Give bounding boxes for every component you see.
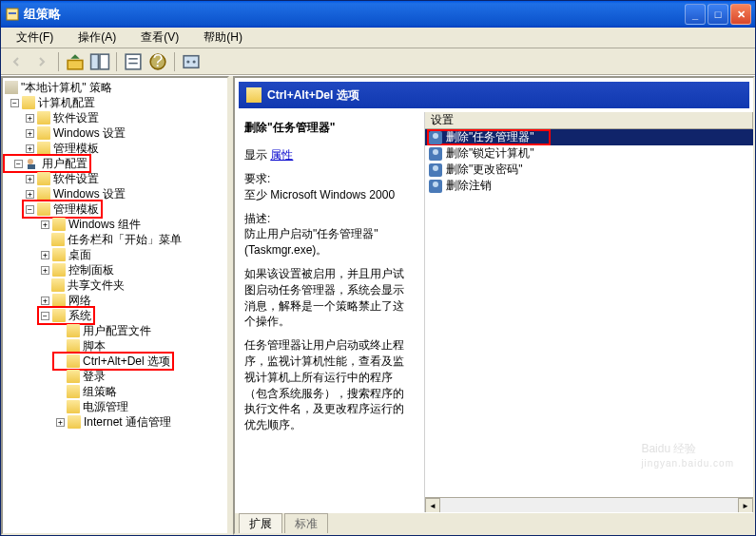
setting-icon xyxy=(429,147,442,161)
setting-icon xyxy=(429,131,442,144)
list-item[interactable]: 删除"任务管理器" xyxy=(425,129,753,145)
tree-root[interactable]: "本地计算机" 策略 xyxy=(3,80,227,95)
properties-link[interactable]: 属性 xyxy=(270,148,293,162)
column-header-setting[interactable]: 设置 xyxy=(425,112,753,129)
tree-admin-templates-2[interactable]: −管理模板 xyxy=(3,201,227,217)
show-hide-tree-button[interactable] xyxy=(89,51,110,72)
tab-extended[interactable]: 扩展 xyxy=(239,513,282,534)
tree-shared-folders[interactable]: 共享文件夹 xyxy=(3,278,227,293)
svg-rect-2 xyxy=(68,60,83,68)
title-bar[interactable]: 组策略 _ □ ✕ xyxy=(1,1,755,28)
svg-rect-5 xyxy=(126,54,141,69)
scroll-left-button[interactable]: ◄ xyxy=(425,498,440,512)
setting-icon xyxy=(429,163,442,177)
tree-computer-config[interactable]: −计算机配置 xyxy=(3,95,227,110)
svg-rect-1 xyxy=(9,12,16,14)
svg-rect-4 xyxy=(100,54,108,69)
tree-internet-comm[interactable]: +Internet 通信管理 xyxy=(3,414,227,430)
svg-point-11 xyxy=(186,60,189,63)
up-button[interactable] xyxy=(65,51,86,72)
list-item[interactable]: 删除"锁定计算机" xyxy=(425,145,753,162)
folder-icon xyxy=(246,87,262,103)
svg-point-12 xyxy=(193,60,196,63)
description-panel: 删除"任务管理器" 显示 属性 要求:至少 Microsoft Windows … xyxy=(235,112,425,512)
menu-action[interactable]: 操作(A) xyxy=(67,28,127,48)
tree-ctrl-alt-del[interactable]: Ctrl+Alt+Del 选项 xyxy=(3,354,227,369)
app-window: 组策略 _ □ ✕ 文件(F) 操作(A) 查看(V) 帮助(H) ? "本地计… xyxy=(0,0,756,536)
minimize-button[interactable]: _ xyxy=(685,4,706,25)
close-button[interactable]: ✕ xyxy=(730,4,751,25)
tree-windows-settings-1[interactable]: +Windows 设置 xyxy=(3,125,227,141)
tree-taskbar-start[interactable]: 任务栏和「开始」菜单 xyxy=(3,232,227,247)
tree-power-management[interactable]: 电源管理 xyxy=(3,399,227,414)
back-button[interactable] xyxy=(7,51,28,72)
menu-bar: 文件(F) 操作(A) 查看(V) 帮助(H) xyxy=(1,28,755,48)
scroll-right-button[interactable]: ► xyxy=(738,498,753,512)
svg-text:?: ? xyxy=(153,51,163,70)
tree-user-config[interactable]: −用户配置 xyxy=(3,156,227,171)
svg-rect-3 xyxy=(91,54,99,69)
tab-standard[interactable]: 标准 xyxy=(284,513,328,534)
help-button[interactable]: ? xyxy=(147,51,168,72)
window-title: 组策略 xyxy=(24,6,685,23)
tree-control-panel[interactable]: +控制面板 xyxy=(3,262,227,278)
category-header: Ctrl+Alt+Del 选项 xyxy=(239,82,749,108)
horizontal-scrollbar[interactable]: ◄ ► xyxy=(425,497,753,512)
tree-software-settings-1[interactable]: +软件设置 xyxy=(3,110,227,125)
properties-button[interactable] xyxy=(123,51,144,72)
svg-rect-14 xyxy=(28,164,35,169)
category-title: Ctrl+Alt+Del 选项 xyxy=(267,87,359,104)
menu-file[interactable]: 文件(F) xyxy=(5,28,65,48)
details-pane: Ctrl+Alt+Del 选项 删除"任务管理器" 显示 属性 要求:至少 Mi… xyxy=(233,76,755,535)
tree-windows-components[interactable]: +Windows 组件 xyxy=(3,217,227,232)
tree-group-policy[interactable]: 组策略 xyxy=(3,384,227,399)
menu-view[interactable]: 查看(V) xyxy=(129,28,190,48)
forward-button[interactable] xyxy=(31,51,52,72)
setting-heading: 删除"任务管理器" xyxy=(244,120,415,136)
filter-button[interactable] xyxy=(181,51,202,72)
maximize-button[interactable]: □ xyxy=(708,4,728,25)
tree-software-settings-2[interactable]: +软件设置 xyxy=(3,171,227,186)
svg-point-13 xyxy=(28,159,33,164)
svg-rect-10 xyxy=(184,55,199,67)
setting-icon xyxy=(429,180,442,193)
client-area: "本地计算机" 策略 −计算机配置 +软件设置 +Windows 设置 +管理模… xyxy=(1,75,755,535)
list-item[interactable]: 删除注销 xyxy=(425,178,753,194)
tool-bar: ? xyxy=(1,48,755,75)
tree-logon[interactable]: 登录 xyxy=(3,369,227,384)
watermark: Baidu 经验jingyan.baidu.com xyxy=(641,433,734,469)
app-icon xyxy=(5,7,20,22)
list-item[interactable]: 删除"更改密码" xyxy=(425,162,753,178)
settings-list: 设置 删除"任务管理器" 删除"锁定计算机" 删除"更改密码" 删除注销 Bai… xyxy=(425,112,753,512)
tree-view[interactable]: "本地计算机" 策略 −计算机配置 +软件设置 +Windows 设置 +管理模… xyxy=(1,76,229,535)
view-tabs: 扩展 标准 xyxy=(235,512,753,533)
menu-help[interactable]: 帮助(H) xyxy=(192,28,254,48)
tree-user-profiles[interactable]: 用户配置文件 xyxy=(3,323,227,338)
tree-system[interactable]: −系统 xyxy=(3,308,227,323)
tree-desktop[interactable]: +桌面 xyxy=(3,247,227,262)
